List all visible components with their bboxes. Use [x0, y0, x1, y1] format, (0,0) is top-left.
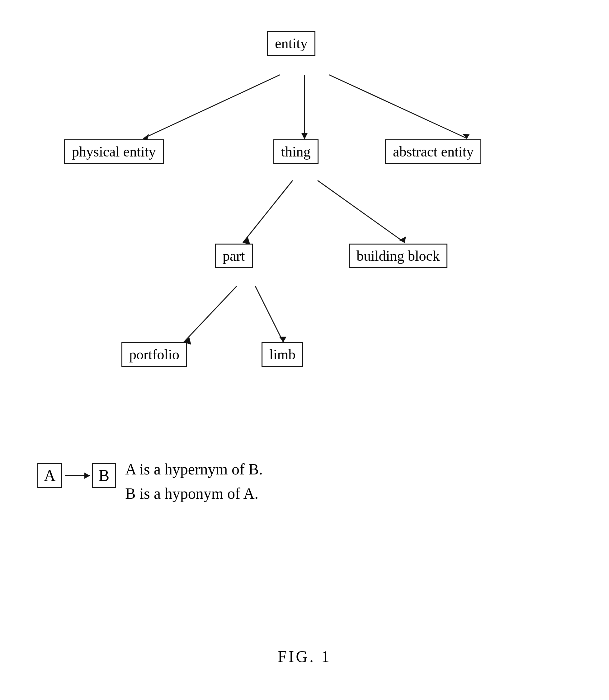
node-entity: entity — [267, 31, 315, 56]
svg-marker-13 — [279, 337, 286, 342]
figure-caption: FIG. 1 — [0, 647, 609, 666]
node-thing: thing — [273, 139, 318, 164]
node-building-block: building block — [349, 244, 448, 268]
svg-line-8 — [317, 180, 405, 243]
legend-line2: B is a hyponym of A. — [125, 482, 263, 506]
legend-node-a: A — [37, 463, 62, 488]
node-limb: limb — [262, 342, 303, 367]
legend-section: A B A is a hypernym of B. B is a hyponym… — [37, 457, 263, 505]
legend-arrow — [65, 475, 90, 476]
legend-text: A is a hypernym of B. B is a hyponym of … — [125, 457, 263, 505]
svg-marker-3 — [301, 133, 308, 139]
node-abstract-entity: abstract entity — [385, 139, 481, 164]
node-portfolio: portfolio — [121, 342, 187, 367]
svg-line-4 — [329, 75, 467, 139]
node-part: part — [215, 244, 253, 268]
svg-line-10 — [184, 286, 237, 342]
diagram-container: entity physical entity thing abstract en… — [0, 0, 609, 700]
legend-node-b: B — [92, 463, 116, 488]
tree-svg — [0, 0, 609, 435]
legend-arrow-area: A B — [37, 463, 116, 488]
legend-line1: A is a hypernym of B. — [125, 457, 263, 482]
node-physical-entity: physical entity — [64, 139, 164, 164]
svg-line-12 — [255, 286, 283, 342]
svg-line-6 — [243, 180, 293, 243]
svg-line-0 — [143, 75, 280, 139]
